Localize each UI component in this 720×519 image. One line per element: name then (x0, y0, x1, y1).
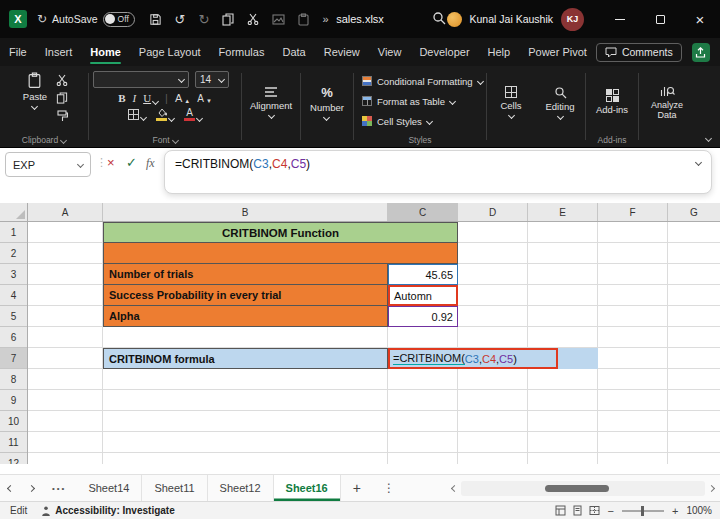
copy-icon[interactable] (222, 13, 234, 26)
comments-button[interactable]: Comments (596, 43, 682, 62)
select-all-button[interactable] (0, 203, 28, 222)
tab-view[interactable]: View (369, 38, 411, 66)
formula-bar-grip-icon[interactable]: ⋮ (96, 156, 107, 169)
tab-help[interactable]: Help (479, 38, 520, 66)
next-sheet-button[interactable] (21, 486, 42, 491)
copy-icon[interactable] (56, 92, 68, 104)
row-header-12[interactable]: 12 (0, 453, 27, 464)
column-header-c[interactable]: C (388, 203, 458, 221)
user-avatar[interactable]: KJ (561, 8, 584, 31)
scroll-right-icon[interactable] (708, 485, 715, 492)
analyze-data-button[interactable]: Analyze Data (641, 83, 693, 121)
cut-icon[interactable] (56, 74, 68, 86)
notifications-icon[interactable] (447, 12, 462, 27)
cell-B7-label[interactable]: CRITBINOM formula (103, 348, 388, 369)
horizontal-scrollbar[interactable] (452, 481, 714, 496)
column-header-g[interactable]: G (668, 203, 720, 221)
qat-overflow-icon[interactable]: » (322, 13, 328, 25)
row-header-4[interactable]: 4 (0, 285, 27, 306)
column-header-f[interactable]: F (598, 203, 668, 221)
cell-styles-button[interactable]: Cell Styles (362, 112, 432, 130)
sheet-tab-sheet14[interactable]: Sheet14 (76, 475, 142, 501)
tab-file[interactable]: File (0, 38, 36, 66)
row-header-6[interactable]: 6 (0, 327, 27, 348)
borders-button[interactable] (128, 109, 146, 120)
share-button[interactable] (692, 43, 710, 62)
number-format-button[interactable]: % Number (307, 84, 347, 121)
paste-button[interactable]: Paste (20, 71, 50, 122)
row-header-8[interactable]: 8 (0, 369, 27, 390)
previous-sheet-button[interactable] (0, 486, 21, 491)
user-name[interactable]: Kunal Jai Kaushik (470, 13, 553, 25)
minimize-button[interactable] (600, 0, 640, 38)
tab-page-layout[interactable]: Page Layout (130, 38, 210, 66)
new-sheet-button[interactable]: + (341, 480, 373, 496)
clipboard-icon[interactable] (298, 13, 309, 26)
cancel-entry-icon[interactable]: × (107, 155, 115, 170)
picture-icon[interactable] (272, 14, 285, 25)
row-header-5[interactable]: 5 (0, 306, 27, 327)
cell-B4-label[interactable]: Success Probability in every trial (103, 285, 388, 306)
row-header-2[interactable]: 2 (0, 243, 27, 264)
cell-C7-formula[interactable]: =CRITBINOM(C3,C4,C5) (388, 348, 558, 369)
font-size-combo[interactable]: 14 (195, 71, 229, 88)
row-header-9[interactable]: 9 (0, 390, 27, 411)
row-header-1[interactable]: 1 (0, 222, 27, 243)
cell-B2-orange-band[interactable] (103, 243, 458, 264)
maximize-button[interactable] (640, 0, 680, 38)
font-color-button[interactable]: A (184, 108, 202, 121)
cell-C4-value[interactable]: Automn (388, 285, 458, 306)
confirm-entry-icon[interactable]: ✓ (126, 155, 137, 170)
tab-developer[interactable]: Developer (410, 38, 478, 66)
scrollbar-thumb[interactable] (545, 485, 609, 492)
name-box[interactable]: EXP (5, 152, 91, 177)
alignment-button[interactable]: Alignment (247, 85, 295, 119)
cells-button[interactable]: Cells (497, 85, 524, 119)
row-header-7[interactable]: 7 (0, 348, 27, 369)
column-header-a[interactable]: A (28, 203, 103, 221)
tab-power-pivot[interactable]: Power Pivot (519, 38, 596, 66)
page-layout-view-icon[interactable] (572, 505, 583, 516)
cell-B5-label[interactable]: Alpha (103, 306, 388, 327)
cells-area[interactable]: CRITBINOM Function Number of trials 45.6… (28, 222, 720, 464)
column-header-e[interactable]: E (528, 203, 598, 221)
zoom-out-icon[interactable]: − (608, 505, 614, 517)
zoom-in-icon[interactable]: + (672, 505, 678, 517)
tab-bar-menu-icon[interactable]: ⋮ (373, 481, 405, 495)
cell-C5-value[interactable]: 0.92 (388, 306, 458, 327)
tab-home[interactable]: Home (81, 38, 130, 66)
tab-insert[interactable]: Insert (36, 38, 82, 66)
editing-button[interactable]: Editing (542, 85, 577, 120)
italic-button[interactable]: I (132, 92, 136, 104)
formula-input[interactable]: =CRITBINOM(C3,C4,C5) (164, 150, 712, 194)
autosave-control[interactable]: ↻ AutoSave Off (37, 12, 135, 27)
tab-formulas[interactable]: Formulas (210, 38, 274, 66)
cut-icon[interactable] (247, 13, 259, 25)
all-sheets-icon[interactable]: ••• (42, 484, 76, 493)
sheet-tab-sheet11[interactable]: Sheet11 (142, 475, 207, 501)
row-header-10[interactable]: 10 (0, 411, 27, 432)
decrease-font-button[interactable]: A ▼ (197, 93, 212, 104)
expand-formula-bar-icon[interactable] (695, 159, 702, 166)
zoom-slider-thumb[interactable] (641, 506, 644, 516)
accessibility-status[interactable]: Accessibility: Investigate (41, 505, 175, 516)
format-painter-icon[interactable] (56, 110, 68, 122)
underline-button[interactable]: U (143, 92, 158, 104)
scrollbar-track[interactable] (461, 481, 705, 496)
addins-button[interactable]: Add-ins (593, 88, 631, 116)
zoom-level[interactable]: 100% (686, 505, 712, 516)
page-break-view-icon[interactable] (589, 505, 600, 516)
format-as-table-button[interactable]: Format as Table (362, 92, 455, 110)
column-header-b[interactable]: B (103, 203, 388, 221)
sheet-tab-sheet16[interactable]: Sheet16 (274, 475, 341, 501)
font-dialog-launcher-icon[interactable] (171, 136, 178, 143)
search-icon[interactable] (432, 11, 446, 29)
bold-button[interactable]: B (118, 92, 125, 104)
excel-logo-icon[interactable]: X (9, 10, 27, 28)
fill-color-button[interactable] (156, 108, 174, 121)
redo-icon[interactable]: ↻ (199, 12, 210, 27)
undo-icon[interactable]: ↺ (175, 12, 186, 27)
column-header-d[interactable]: D (458, 203, 528, 221)
conditional-formatting-button[interactable]: Conditional Formatting (362, 72, 483, 90)
row-header-3[interactable]: 3 (0, 264, 27, 285)
